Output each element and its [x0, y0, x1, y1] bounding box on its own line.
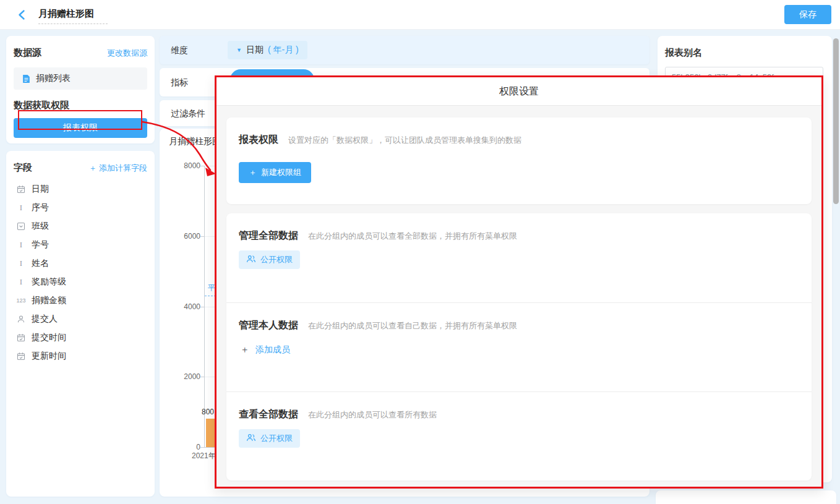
change-datasource-link[interactable]: 更改数据源	[107, 48, 147, 59]
dimension-label: 维度	[171, 36, 188, 64]
topbar: 月捐赠柱形图 保存	[0, 0, 840, 30]
field-label: 提交人	[32, 314, 58, 325]
field-item[interactable]: I 学号	[16, 236, 147, 254]
scrollbar-thumb[interactable]	[833, 38, 839, 204]
field-label: 学号	[32, 239, 49, 250]
field-item[interactable]: 提交人	[16, 310, 147, 328]
y-axis-tick: 4000	[163, 302, 200, 311]
y-axis-tick: 2000	[163, 372, 200, 381]
field-label: 捐赠金额	[32, 295, 66, 306]
datasource-panel: 数据源 更改数据源 捐赠列表 数据获取权限 报表权限	[6, 36, 155, 143]
bottom-right-panel	[656, 490, 836, 504]
filter-label: 过滤条件	[171, 100, 205, 126]
save-button[interactable]: 保存	[784, 5, 831, 24]
field-list: 日期 I 序号 班级 I 学号 I 姓名 I 奖励等级	[14, 180, 147, 365]
y-axis-tick: 0	[163, 443, 200, 451]
dimension-tag[interactable]: ▼ 日期 ( 年-月 )	[228, 41, 307, 59]
report-permission-card: 报表权限 设置对应的「数据权限」，可以让团队成员管理表单搜集到的数据 ＋ 新建权…	[226, 117, 812, 204]
fields-panel: 字段 ＋ 添加计算字段 日期 I 序号 班级 I 学号 I 姓名	[6, 151, 155, 497]
back-icon[interactable]	[16, 9, 28, 21]
chip-label: 公开权限	[260, 433, 293, 444]
select-icon	[16, 222, 26, 231]
manage-all-data-section: 管理全部数据 在此分组内的成员可以查看全部数据，并拥有所有菜单权限 公开权限	[226, 213, 812, 302]
field-label: 班级	[32, 221, 49, 232]
page-title[interactable]: 月捐赠柱形图	[38, 8, 108, 24]
datasource-item[interactable]: 捐赠列表	[14, 67, 147, 90]
people-icon	[246, 254, 256, 266]
report-alias-title: 报表别名	[665, 47, 825, 59]
fields-title: 字段	[14, 162, 32, 174]
y-axis-tick: 8000	[163, 161, 200, 170]
chart-title: 月捐赠柱形图	[169, 136, 221, 147]
section-title: 管理全部数据	[239, 229, 298, 242]
text-icon: I	[16, 258, 26, 268]
chip-label: 公开权限	[260, 254, 293, 265]
field-item[interactable]: 日期	[16, 180, 147, 199]
report-editor-page: 月捐赠柱形图 保存 数据源 更改数据源 捐赠列表 数据获取权限 报表权限 字段 …	[0, 0, 840, 504]
number-icon: 123	[16, 297, 26, 304]
field-item[interactable]: I 姓名	[16, 254, 147, 273]
button-label: 新建权限组	[261, 167, 301, 178]
datasource-item-label: 捐赠列表	[36, 73, 71, 84]
document-icon	[21, 74, 31, 83]
caret-down-icon: ▼	[236, 47, 242, 53]
plus-icon: ＋	[249, 167, 257, 178]
datasource-title: 数据源	[14, 47, 41, 59]
dimension-tag-suffix: ( 年-月 )	[268, 45, 299, 56]
people-icon	[246, 433, 256, 445]
permission-settings-modal: 权限设置 报表权限 设置对应的「数据权限」，可以让团队成员管理表单搜集到的数据 …	[215, 75, 823, 489]
view-all-data-section: 查看全部数据 在此分组内的成员可以查看所有数据 公开权限	[226, 391, 812, 481]
text-icon: I	[16, 240, 26, 250]
plus-icon: ＋	[240, 344, 249, 356]
report-permission-button[interactable]: 报表权限	[14, 118, 147, 138]
y-axis-line	[204, 166, 205, 447]
section-desc: 在此分组内的成员可以查看全部数据，并拥有所有菜单权限	[308, 231, 517, 242]
calendar-icon	[16, 333, 26, 342]
field-label: 序号	[32, 202, 49, 213]
section-desc: 在此分组内的成员可以查看所有数据	[308, 409, 437, 421]
field-label: 日期	[32, 184, 49, 195]
calendar-icon	[16, 352, 26, 361]
person-icon	[16, 315, 26, 323]
public-permission-chip[interactable]: 公开权限	[239, 429, 300, 448]
field-item[interactable]: I 奖励等级	[16, 273, 147, 291]
indicator-label: 指标	[171, 68, 188, 96]
field-item[interactable]: 123 捐赠金额	[16, 291, 147, 310]
add-member-link[interactable]: ＋ 添加成员	[240, 344, 290, 356]
text-icon: I	[16, 277, 26, 287]
x-axis-tick-label: 2021年	[192, 451, 216, 461]
field-item[interactable]: 更新时间	[16, 347, 147, 365]
public-permission-chip[interactable]: 公开权限	[239, 250, 300, 269]
section-desc: 在此分组内的成员可以查看自己数据，并拥有所有菜单权限	[308, 320, 517, 331]
field-item[interactable]: 班级	[16, 217, 147, 236]
calendar-icon	[16, 185, 26, 194]
section-title: 报表权限	[239, 134, 278, 147]
add-calc-field-link[interactable]: ＋ 添加计算字段	[88, 163, 147, 174]
field-label: 提交时间	[32, 332, 66, 343]
field-item[interactable]: I 序号	[16, 199, 147, 217]
field-label: 奖励等级	[32, 276, 66, 288]
y-axis-tick: 6000	[163, 232, 200, 241]
text-icon: I	[16, 203, 26, 213]
dimension-tag-name: 日期	[246, 45, 264, 56]
access-permission-title: 数据获取权限	[14, 100, 147, 111]
manage-own-data-section: 管理本人数据 在此分组内的成员可以查看自己数据，并拥有所有菜单权限 ＋ 添加成员	[226, 302, 812, 391]
section-title: 管理本人数据	[239, 319, 298, 332]
bar-value-label: 800	[202, 408, 214, 416]
section-desc: 设置对应的「数据权限」，可以让团队成员管理表单搜集到的数据	[288, 135, 521, 146]
permission-groups-card: 管理全部数据 在此分组内的成员可以查看全部数据，并拥有所有菜单权限 公开权限 管…	[226, 213, 812, 481]
field-label: 姓名	[32, 258, 49, 269]
field-label: 更新时间	[32, 351, 66, 362]
link-label: 添加成员	[255, 344, 290, 356]
section-title: 查看全部数据	[239, 408, 298, 421]
new-permission-group-button[interactable]: ＋ 新建权限组	[239, 162, 311, 183]
modal-title: 权限设置	[216, 77, 821, 106]
dimension-row: 维度 ▼ 日期 ( 年-月 )	[160, 36, 649, 64]
field-item[interactable]: 提交时间	[16, 328, 147, 347]
